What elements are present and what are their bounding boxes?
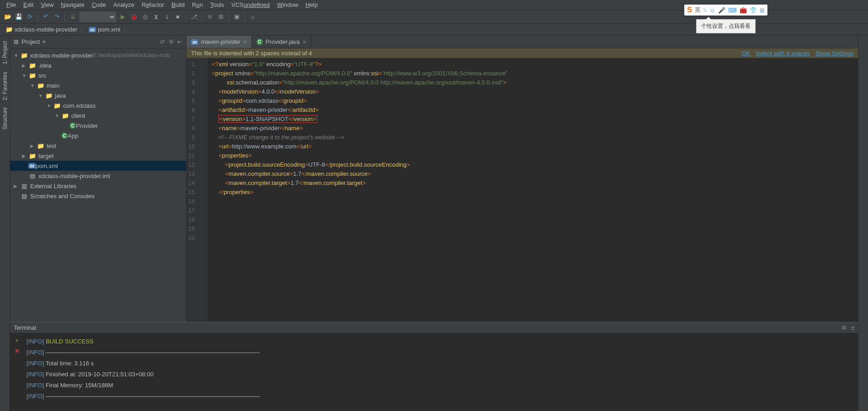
toolwindow-tab-structure[interactable]: Structure [1, 104, 9, 133]
ime-lang[interactable]: 英 [695, 6, 701, 14]
toolwindow-tab-favorites[interactable]: 2: Favorites [1, 68, 9, 104]
ime-toolbox-icon[interactable]: 🧰 [740, 7, 747, 14]
editor-tabs: mmaven-privider×CProvider.java× [186, 36, 858, 48]
menu-build[interactable]: Build [168, 1, 188, 8]
terminal-gutter: + ✕ [10, 336, 24, 408]
collapse-icon[interactable]: ⇤ [177, 38, 182, 45]
toolwindow-tab-project[interactable]: 1: Project [1, 37, 9, 68]
menu-edit[interactable]: Edit [20, 1, 37, 8]
menu-navigate[interactable]: Navigate [57, 1, 88, 8]
indent-banner: This file is indented with 2 spaces inst… [186, 48, 858, 58]
gear-icon[interactable]: ✲ [169, 38, 174, 45]
indent-ok-link[interactable]: OK [742, 50, 751, 57]
sdk-icon[interactable]: ▣ [233, 13, 241, 21]
ime-toolbar[interactable]: S 英 '› ☺ 🎤 ⌨ 🧰 👕 ⊞ [684, 5, 767, 16]
tree-node[interactable]: ▼📁com.xdclass [10, 100, 186, 111]
menu-view[interactable]: View [37, 1, 57, 8]
menu-refactor[interactable]: Refactor [138, 1, 168, 8]
ime-voice-icon[interactable]: 🎤 [718, 7, 725, 14]
tree-node[interactable]: ▼📁client [10, 111, 186, 121]
breadcrumb-file[interactable]: m pom.xml [87, 26, 122, 33]
class-icon: C [69, 122, 76, 129]
indent-settings-link[interactable]: Show Settings [815, 50, 853, 57]
undo-icon[interactable]: ↶ [42, 13, 50, 21]
sync-icon[interactable]: ⟳ [26, 13, 34, 21]
project-panel-title: Project [21, 38, 40, 45]
tree-arrow-icon[interactable]: ▼ [55, 113, 61, 118]
editor-tab[interactable]: mmaven-privider× [186, 36, 252, 48]
git-icon[interactable]: ⎇ [190, 13, 198, 21]
chevron-down-icon[interactable]: ▾ [43, 38, 46, 45]
menu-run[interactable]: Run [188, 1, 207, 8]
tree-node[interactable]: ▧Scratches and Consoles [10, 191, 186, 201]
settings-icon[interactable]: ⛭ [206, 13, 214, 21]
terminal-gear-icon[interactable]: ✲ [841, 324, 847, 331]
tree-arrow-icon[interactable]: ▼ [14, 53, 20, 58]
open-icon[interactable]: 📂 [4, 13, 12, 21]
tree-arrow-icon[interactable]: ▼ [47, 103, 53, 108]
tree-node[interactable]: ▼📁main [10, 80, 186, 90]
run-config-select[interactable] [80, 12, 116, 22]
ime-emoji-icon[interactable]: ☺ [709, 7, 715, 14]
terminal-add-icon[interactable]: + [15, 337, 19, 344]
tree-arrow-icon[interactable]: ▶ [30, 143, 37, 148]
tree-label: target [38, 153, 53, 159]
menu-code[interactable]: Code [88, 1, 110, 8]
editor-tab[interactable]: CProvider.java× [252, 36, 311, 48]
tree-arrow-icon[interactable]: ▼ [30, 83, 37, 88]
tree-arrow-icon[interactable]: ▶ [22, 153, 28, 158]
breadcrumb-root[interactable]: 📁 xdclass-mobile-provider [4, 26, 79, 33]
menu-help[interactable]: Help [302, 1, 321, 8]
menu-window[interactable]: Window [273, 1, 302, 8]
class-icon: C [61, 132, 68, 139]
structure-icon[interactable]: ⊞ [217, 13, 225, 21]
ime-grid-icon[interactable]: ⊞ [760, 7, 765, 14]
sogou-logo-icon[interactable]: S [687, 6, 692, 14]
tree-node[interactable]: ▶📁target [10, 151, 186, 161]
terminal-title[interactable]: Terminal [14, 324, 36, 331]
run-icon[interactable]: ▶ [119, 13, 127, 21]
menu-file[interactable]: File [3, 1, 20, 8]
indent-4-link[interactable]: Indent with 4 spaces [756, 50, 810, 57]
folder-icon: 📁 [28, 62, 37, 69]
menu-analyze[interactable]: Analyze [110, 1, 138, 8]
ime-punct-icon[interactable]: '› [703, 7, 707, 14]
menu-vcs[interactable]: VCSundefined [228, 1, 273, 8]
tree-arrow-icon[interactable]: ▼ [22, 73, 28, 78]
tree-node[interactable]: CProvider [10, 121, 186, 131]
breadcrumb-file-label: pom.xml [98, 26, 120, 33]
build-icon[interactable]: ⇊ [69, 13, 77, 21]
tree-node[interactable]: ▼📁java [10, 90, 186, 100]
tree-node[interactable]: ▶▥External Libraries [10, 181, 186, 191]
tree-node[interactable]: CApp [10, 131, 186, 141]
ime-tooltip[interactable]: 个性设置，点我看看 [696, 19, 756, 33]
coverage-icon[interactable]: ◎ [141, 13, 149, 21]
tree-arrow-icon[interactable]: ▼ [38, 93, 45, 98]
tree-arrow-icon[interactable]: ▶ [22, 63, 28, 68]
scroll-from-source-icon[interactable]: ⇄ [160, 38, 165, 45]
close-icon[interactable]: × [303, 38, 306, 46]
stop-icon[interactable]: ■ [174, 13, 182, 21]
ime-keyboard-icon[interactable]: ⌨ [728, 7, 737, 14]
close-icon[interactable]: × [243, 38, 247, 46]
tree-arrow-icon[interactable]: ▶ [14, 184, 20, 189]
tree-node[interactable]: ▼📁src [10, 70, 186, 80]
tree-node[interactable]: ▶📁.idea [10, 60, 186, 70]
tree-node[interactable]: ▶📁test [10, 141, 186, 151]
terminal-close-icon[interactable]: ✕ [15, 348, 20, 354]
attach-icon[interactable]: ⤓ [163, 13, 171, 21]
redo-icon[interactable]: ↷ [53, 13, 61, 21]
debug-icon[interactable]: 🐞 [130, 13, 138, 21]
profile-icon[interactable]: ⧗ [152, 13, 160, 21]
ime-skin-icon[interactable]: 👕 [750, 7, 757, 14]
tree-label: App [68, 132, 78, 139]
save-icon[interactable]: 💾 [15, 13, 23, 21]
search-icon[interactable]: ⌕ [249, 13, 257, 21]
tree-node[interactable]: mpom.xml [10, 161, 186, 171]
terminal-hide-icon[interactable]: ± [851, 324, 854, 331]
menu-tools[interactable]: Tools [207, 1, 228, 8]
terminal-body[interactable]: + ✕ [INFO] BUILD SUCCESS[INFO] —————————… [10, 333, 858, 411]
tree-node[interactable]: ▼📁xdclass-mobile-provider E:\workspace\i… [10, 50, 186, 60]
tree-label: client [71, 112, 85, 119]
tree-node[interactable]: ▤xdclass-mobile-provider.iml [10, 171, 186, 181]
